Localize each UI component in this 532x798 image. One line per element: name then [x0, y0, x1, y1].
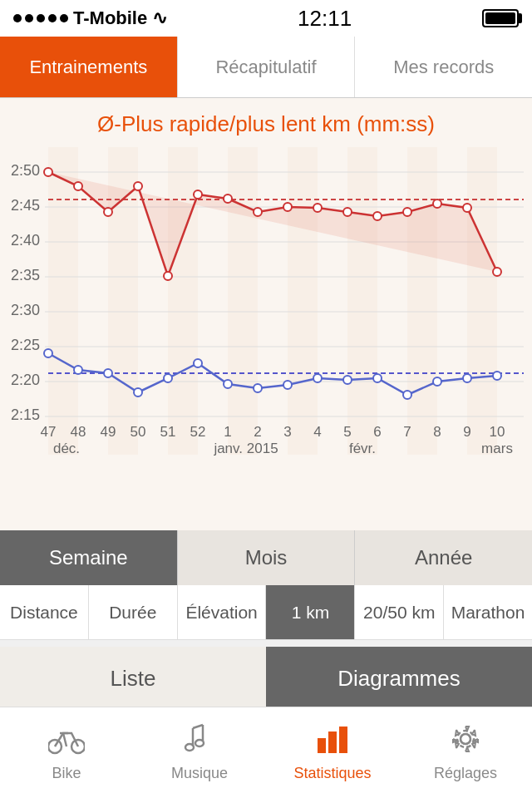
period-tabs: Semaine Mois Année [0, 530, 532, 585]
svg-point-35 [283, 203, 292, 211]
period-tab-mois[interactable]: Mois [178, 530, 356, 585]
category-tab-1km[interactable]: 1 km [266, 585, 355, 639]
gear-icon [447, 723, 484, 760]
svg-point-58 [463, 374, 471, 382]
svg-point-52 [283, 381, 292, 389]
wifi-icon: ∿ [152, 7, 167, 29]
svg-text:3: 3 [283, 424, 291, 440]
view-btn-liste[interactable]: Liste [0, 647, 266, 710]
svg-rect-89 [328, 732, 337, 753]
svg-text:2:30: 2:30 [11, 302, 40, 318]
music-icon [181, 723, 218, 760]
status-right [482, 9, 519, 27]
nav-item-reglages[interactable]: Réglages [399, 707, 532, 798]
svg-point-28 [74, 182, 82, 190]
line-chart: 2:50 2:45 2:40 2:35 2:30 2:25 2:20 2:15 [0, 147, 532, 496]
svg-text:2:15: 2:15 [11, 406, 40, 423]
svg-point-27 [44, 168, 52, 176]
signal-dots [13, 14, 68, 22]
svg-point-34 [254, 208, 262, 216]
tab-mes-records[interactable]: Mes records [355, 37, 532, 97]
category-tabs: Distance Durée Élévation 1 km 20/50 km M… [0, 585, 532, 640]
battery-icon [482, 9, 519, 27]
bottom-nav: Bike Musique Statistiques [0, 707, 532, 798]
svg-point-92 [461, 734, 470, 744]
period-tab-annee[interactable]: Année [355, 530, 532, 585]
svg-point-40 [433, 200, 441, 208]
svg-text:7: 7 [403, 424, 411, 440]
nav-item-bike[interactable]: Bike [0, 707, 133, 798]
svg-point-37 [343, 208, 352, 216]
svg-rect-8 [467, 147, 497, 455]
svg-rect-88 [318, 738, 326, 753]
category-tab-elevation[interactable]: Élévation [178, 585, 267, 639]
svg-text:5: 5 [343, 424, 351, 440]
svg-text:49: 49 [101, 424, 116, 440]
svg-text:50: 50 [131, 424, 146, 440]
svg-point-57 [433, 377, 441, 386]
svg-point-39 [403, 208, 411, 216]
svg-point-29 [104, 208, 112, 216]
svg-rect-4 [228, 147, 258, 455]
bike-icon [48, 723, 85, 760]
tab-entrainements[interactable]: Entrainements [0, 37, 178, 97]
svg-point-48 [164, 374, 172, 382]
nav-item-musique[interactable]: Musique [133, 707, 266, 798]
category-tab-distance[interactable]: Distance [0, 585, 89, 639]
svg-point-33 [224, 195, 232, 203]
svg-rect-6 [347, 147, 377, 455]
svg-point-51 [254, 384, 262, 392]
svg-text:févr.: févr. [349, 441, 376, 456]
nav-item-statistiques[interactable]: Statistiques [266, 707, 399, 798]
view-btn-diagrammes[interactable]: Diagrammes [266, 647, 532, 710]
svg-point-44 [44, 349, 52, 357]
svg-point-42 [493, 268, 501, 276]
stats-icon [314, 723, 351, 760]
tab-recapitulatif[interactable]: Récapitulatif [178, 37, 356, 97]
svg-line-85 [193, 725, 203, 728]
period-tab-semaine[interactable]: Semaine [0, 530, 178, 585]
chart-svg: 2:50 2:45 2:40 2:35 2:30 2:25 2:20 2:15 [0, 147, 532, 496]
svg-text:2:35: 2:35 [11, 267, 40, 283]
svg-text:9: 9 [463, 424, 470, 440]
top-tab-bar: Entrainements Récapitulatif Mes records [0, 37, 532, 98]
svg-text:8: 8 [433, 424, 441, 440]
svg-point-46 [104, 369, 112, 377]
svg-text:47: 47 [41, 424, 57, 440]
svg-text:4: 4 [313, 424, 321, 440]
svg-point-87 [195, 740, 204, 746]
svg-text:déc.: déc. [53, 441, 80, 456]
svg-text:2:50: 2:50 [11, 162, 40, 179]
svg-text:51: 51 [160, 424, 176, 440]
svg-text:1: 1 [224, 424, 231, 440]
svg-point-54 [343, 376, 352, 384]
carrier-label: T-Mobile [73, 7, 147, 29]
svg-text:2:45: 2:45 [11, 197, 40, 214]
svg-point-38 [373, 212, 382, 220]
status-bar: T-Mobile ∿ 12:11 [0, 0, 532, 37]
svg-text:2:20: 2:20 [11, 372, 40, 388]
svg-text:10: 10 [490, 424, 505, 440]
svg-text:48: 48 [71, 424, 86, 440]
category-tab-marathon[interactable]: Marathon [444, 585, 532, 639]
svg-point-56 [403, 391, 411, 399]
svg-text:mars: mars [481, 441, 513, 456]
chart-title: Ø-Plus rapide/plus lent km (mm:ss) [0, 111, 532, 137]
status-time: 12:11 [298, 6, 352, 32]
svg-text:2:25: 2:25 [11, 337, 40, 353]
category-tab-duree[interactable]: Durée [89, 585, 178, 639]
svg-point-30 [134, 182, 142, 190]
svg-text:2: 2 [254, 424, 261, 440]
svg-rect-7 [407, 147, 437, 455]
svg-text:2:40: 2:40 [11, 232, 40, 249]
svg-point-49 [194, 359, 202, 367]
status-left: T-Mobile ∿ [13, 7, 167, 29]
svg-point-55 [373, 374, 382, 382]
category-tab-2050km[interactable]: 20/50 km [355, 585, 444, 639]
svg-text:janv. 2015: janv. 2015 [213, 441, 278, 456]
svg-point-45 [74, 366, 82, 374]
svg-rect-90 [339, 727, 347, 753]
svg-point-47 [134, 388, 142, 397]
svg-point-32 [194, 190, 202, 199]
svg-point-50 [224, 380, 232, 388]
